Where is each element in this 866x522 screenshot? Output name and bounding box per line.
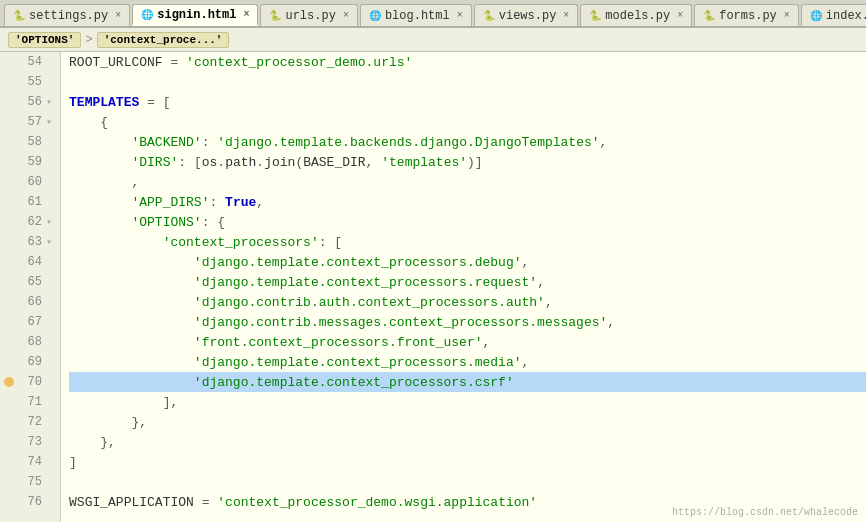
code-line-72: }, [69,412,866,432]
tab-settings-py[interactable]: 🐍settings.py× [4,4,130,26]
gutter-row-59: 59 [4,152,52,172]
tab-close-views-py[interactable]: × [563,10,569,21]
tab-close-models-py[interactable]: × [677,10,683,21]
line-number-76: 76 [18,495,42,509]
code-line-inner-61: 'APP_DIRS': True, [69,195,264,210]
code-line-56: TEMPLATES = [ [69,92,866,112]
tab-icon-index-html: 🌐 [810,10,822,22]
tab-close-settings-py[interactable]: × [115,10,121,21]
tab-urls-py[interactable]: 🐍urls.py× [260,4,357,26]
code-line-inner-70: 'django.template.context_processors.csrf… [69,375,514,390]
code-line-inner-57: { [69,115,108,130]
code-line-inner-58: 'BACKEND': 'django.template.backends.dja… [69,135,607,150]
line-number-72: 72 [18,415,42,429]
code-line-inner-63: 'context_processors': [ [69,235,342,250]
line-number-59: 59 [18,155,42,169]
code-line-inner-65: 'django.template.context_processors.requ… [69,275,545,290]
code-line-inner-56: TEMPLATES = [ [69,95,170,110]
tab-close-urls-py[interactable]: × [343,10,349,21]
line-number-65: 65 [18,275,42,289]
gutter-row-62: 62▾ [4,212,52,232]
line-number-75: 75 [18,475,42,489]
tab-label-urls-py: urls.py [285,9,335,23]
line-number-74: 74 [18,455,42,469]
gutter-row-63: 63▾ [4,232,52,252]
tab-close-signin-html[interactable]: × [243,9,249,20]
code-line-58: 'BACKEND': 'django.template.backends.dja… [69,132,866,152]
gutter-row-74: 74 [4,452,52,472]
code-line-71: ], [69,392,866,412]
tab-blog-html[interactable]: 🌐blog.html× [360,4,472,26]
tab-icon-blog-html: 🌐 [369,10,381,22]
line-number-73: 73 [18,435,42,449]
fold-arrow-63[interactable]: ▾ [46,236,52,248]
code-line-65: 'django.template.context_processors.requ… [69,272,866,292]
code-line-62: 'OPTIONS': { [69,212,866,232]
fold-arrow-56[interactable]: ▾ [46,96,52,108]
gutter-row-68: 68 [4,332,52,352]
tab-icon-views-py: 🐍 [483,10,495,22]
gutter-row-60: 60 [4,172,52,192]
tab-index-html[interactable]: 🌐index.html× [801,4,866,26]
line-number-63: 63 [18,235,42,249]
tab-icon-urls-py: 🐍 [269,10,281,22]
gutter-row-54: 54 [4,52,52,72]
code-line-68: 'front.context_processors.front_user', [69,332,866,352]
tab-close-forms-py[interactable]: × [784,10,790,21]
tab-bar: 🐍settings.py×🌐signin.html×🐍urls.py×🌐blog… [0,0,866,28]
code-line-inner-69: 'django.template.context_processors.medi… [69,355,529,370]
code-line-57: { [69,112,866,132]
tab-models-py[interactable]: 🐍models.py× [580,4,692,26]
line-number-70: 70 [18,375,42,389]
tab-icon-forms-py: 🐍 [703,10,715,22]
code-line-59: 'DIRS': [os.path.join(BASE_DIR, 'templat… [69,152,866,172]
breadcrumb-bar: 'OPTIONS' > 'context_proce...' [0,28,866,52]
gutter-row-64: 64 [4,252,52,272]
breadcrumb-item-0[interactable]: 'OPTIONS' [8,32,81,48]
gutter-row-67: 67 [4,312,52,332]
tab-label-forms-py: forms.py [719,9,777,23]
gutter-row-69: 69 [4,352,52,372]
code-line-inner-68: 'front.context_processors.front_user', [69,335,490,350]
line-number-54: 54 [18,55,42,69]
code-line-61: 'APP_DIRS': True, [69,192,866,212]
tab-close-blog-html[interactable]: × [457,10,463,21]
fold-arrow-62[interactable]: ▾ [46,216,52,228]
gutter: 545556▾57▾5859606162▾63▾6465666768697071… [0,52,61,522]
code-content[interactable]: ROOT_URLCONF = 'context_processor_demo.u… [61,52,866,522]
gutter-row-56: 56▾ [4,92,52,112]
code-line-inner-66: 'django.contrib.auth.context_processors.… [69,295,553,310]
tab-signin-html[interactable]: 🌐signin.html× [132,4,258,26]
code-line-inner-62: 'OPTIONS': { [69,215,225,230]
tab-label-models-py: models.py [605,9,670,23]
gutter-row-66: 66 [4,292,52,312]
line-number-64: 64 [18,255,42,269]
gutter-row-72: 72 [4,412,52,432]
code-line-66: 'django.contrib.auth.context_processors.… [69,292,866,312]
code-line-75 [69,472,866,492]
tab-forms-py[interactable]: 🐍forms.py× [694,4,799,26]
code-line-69: 'django.template.context_processors.medi… [69,352,866,372]
line-number-67: 67 [18,315,42,329]
gutter-row-75: 75 [4,472,52,492]
code-line-inner-60: , [69,175,139,190]
gutter-row-76: 76 [4,492,52,512]
line-number-56: 56 [18,95,42,109]
code-line-73: }, [69,432,866,452]
code-line-inner-59: 'DIRS': [os.path.join(BASE_DIR, 'templat… [69,155,483,170]
line-number-55: 55 [18,75,42,89]
code-line-inner-64: 'django.template.context_processors.debu… [69,255,529,270]
fold-arrow-57[interactable]: ▾ [46,116,52,128]
breakpoint-70 [4,377,14,387]
gutter-row-61: 61 [4,192,52,212]
tab-views-py[interactable]: 🐍views.py× [474,4,579,26]
code-line-70: 'django.template.context_processors.csrf… [69,372,866,392]
line-number-62: 62 [18,215,42,229]
tab-icon-models-py: 🐍 [589,10,601,22]
gutter-row-71: 71 [4,392,52,412]
breadcrumb-item-1[interactable]: 'context_proce...' [97,32,230,48]
code-line-64: 'django.template.context_processors.debu… [69,252,866,272]
tab-label-signin-html: signin.html [157,8,236,22]
line-number-58: 58 [18,135,42,149]
tab-icon-settings-py: 🐍 [13,10,25,22]
